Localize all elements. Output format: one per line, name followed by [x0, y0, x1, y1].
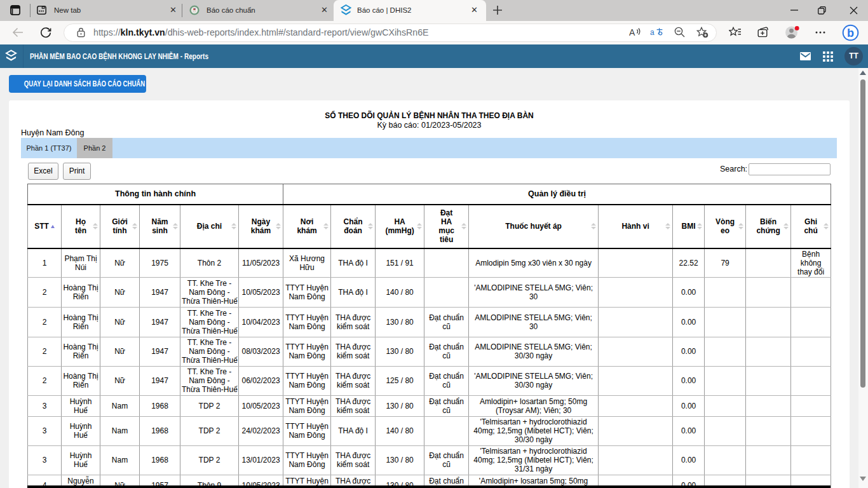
- svg-text:A: A: [629, 27, 635, 37]
- svg-text:b: b: [847, 27, 854, 39]
- svg-text:a: a: [650, 28, 654, 37]
